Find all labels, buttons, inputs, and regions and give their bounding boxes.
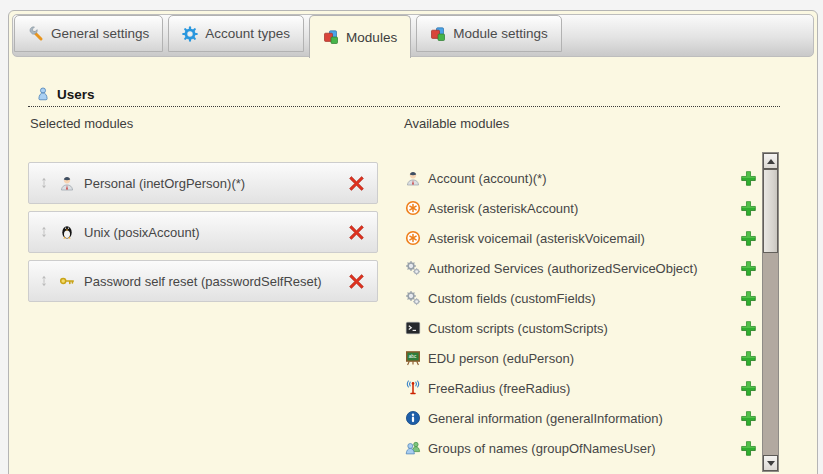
add-module-button[interactable]	[740, 230, 757, 247]
section-title: Users	[57, 87, 95, 102]
delete-x-icon	[348, 273, 365, 290]
add-plus-icon	[740, 290, 757, 307]
down-arrow-icon	[767, 461, 775, 466]
key-icon	[59, 273, 75, 289]
add-plus-icon	[740, 200, 757, 217]
asterisk-icon	[405, 230, 421, 246]
available-module-row-general-information-generalinformation: General information (generalInformation)	[405, 403, 757, 433]
add-plus-icon	[740, 440, 757, 457]
person-icon	[405, 170, 421, 186]
add-module-button[interactable]	[740, 320, 757, 337]
user-icon	[36, 86, 50, 102]
chalkboard-icon	[405, 350, 421, 366]
module-label: Asterisk voicemail (asteriskVoicemail)	[428, 231, 645, 246]
add-plus-icon	[740, 320, 757, 337]
gears-icon	[405, 260, 421, 276]
add-module-button[interactable]	[740, 170, 757, 187]
remove-module-button[interactable]	[348, 273, 365, 290]
add-module-button[interactable]	[740, 440, 757, 457]
tab-modules[interactable]: Modules	[309, 15, 411, 58]
selected-modules-heading: Selected modules	[30, 116, 133, 131]
available-modules-scrollbar[interactable]	[762, 152, 779, 472]
module-label: Personal (inetOrgPerson)(*)	[84, 176, 245, 191]
add-plus-icon	[740, 350, 757, 367]
selected-module-row-unix-posixaccount[interactable]: Unix (posixAccount)	[28, 211, 378, 253]
module-label: EDU person (eduPerson)	[428, 351, 574, 366]
module-label: FreeRadius (freeRadius)	[428, 381, 570, 396]
drag-updown-icon[interactable]	[38, 225, 50, 239]
penguin-icon	[59, 224, 75, 240]
available-module-row-freeradius-freeradius: FreeRadius (freeRadius)	[405, 373, 757, 403]
remove-module-button[interactable]	[348, 175, 365, 192]
available-module-row-account-account: Account (account)(*)	[405, 163, 757, 193]
module-label: Unix (posixAccount)	[84, 225, 200, 240]
drag-updown-icon[interactable]	[38, 274, 50, 288]
module-label: Custom fields (customFields)	[428, 291, 596, 306]
tab-general-settings[interactable]: General settings	[14, 15, 163, 52]
module-label: Groups of names (groupOfNamesUser)	[428, 441, 656, 456]
modules-icon	[430, 26, 446, 42]
delete-x-icon	[348, 224, 365, 241]
available-module-row-groups-of-names-groupofnamesuser: Groups of names (groupOfNamesUser)	[405, 433, 757, 463]
add-module-button[interactable]	[740, 200, 757, 217]
modules-icon	[323, 29, 339, 45]
add-plus-icon	[740, 410, 757, 427]
available-module-row-authorized-services-authorizedserviceobject: Authorized Services (authorizedServiceOb…	[405, 253, 757, 283]
add-plus-icon	[740, 170, 757, 187]
selected-modules-list: Personal (inetOrgPerson)(*) Unix (posixA…	[28, 162, 378, 309]
add-module-button[interactable]	[740, 380, 757, 397]
info-icon	[405, 410, 421, 426]
available-modules-list: Account (account)(*) Asterisk (asteriskA…	[405, 163, 757, 463]
tab-label: General settings	[51, 26, 149, 41]
scrollbar-thumb[interactable]	[763, 169, 778, 253]
scrollbar-down-button[interactable]	[763, 455, 778, 471]
group-icon	[405, 440, 421, 456]
add-module-button[interactable]	[740, 260, 757, 277]
add-plus-icon	[740, 260, 757, 277]
module-label: Asterisk (asteriskAccount)	[428, 201, 578, 216]
module-label: Account (account)(*)	[428, 171, 547, 186]
available-module-row-custom-scripts-customscripts: Custom scripts (customScripts)	[405, 313, 757, 343]
tab-module-settings[interactable]: Module settings	[416, 15, 562, 52]
module-label: General information (generalInformation)	[428, 411, 663, 426]
tabs-widget: General settings Account types Modules M…	[8, 10, 818, 474]
antenna-icon	[405, 380, 421, 396]
available-module-row-asterisk-asteriskaccount: Asterisk (asteriskAccount)	[405, 193, 757, 223]
add-plus-icon	[740, 230, 757, 247]
module-label: Custom scripts (customScripts)	[428, 321, 608, 336]
add-plus-icon	[740, 380, 757, 397]
modules-panel: Users Selected modules Available modules…	[9, 57, 817, 474]
module-label: Authorized Services (authorizedServiceOb…	[428, 261, 698, 276]
scrollbar-up-button[interactable]	[763, 153, 778, 169]
add-module-button[interactable]	[740, 350, 757, 367]
selected-module-row-password-self-reset-passwordselfreset[interactable]: Password self reset (passwordSelfReset)	[28, 260, 378, 302]
section-heading-users: Users	[36, 86, 95, 102]
tab-account-types[interactable]: Account types	[168, 15, 304, 52]
module-label: Password self reset (passwordSelfReset)	[84, 274, 322, 289]
tab-list: General settings Account types Modules M…	[14, 15, 562, 58]
available-module-row-edu-person-eduperson: EDU person (eduPerson)	[405, 343, 757, 373]
add-module-button[interactable]	[740, 290, 757, 307]
tab-label: Modules	[346, 30, 397, 45]
gear-icon	[182, 26, 198, 42]
lam-configuration-screen: General settings Account types Modules M…	[0, 0, 823, 474]
add-module-button[interactable]	[740, 410, 757, 427]
wrench-icon	[28, 26, 44, 42]
delete-x-icon	[348, 175, 365, 192]
asterisk-icon	[405, 200, 421, 216]
tab-label: Module settings	[453, 26, 548, 41]
terminal-icon	[405, 320, 421, 336]
selected-module-row-personal-inetorgperson[interactable]: Personal (inetOrgPerson)(*)	[28, 162, 378, 204]
tab-label: Account types	[205, 26, 290, 41]
dotted-divider	[28, 106, 780, 107]
available-module-row-custom-fields-customfields: Custom fields (customFields)	[405, 283, 757, 313]
up-arrow-icon	[767, 159, 775, 164]
available-module-row-asterisk-voicemail-asteriskvoicemail: Asterisk voicemail (asteriskVoicemail)	[405, 223, 757, 253]
available-modules-heading: Available modules	[404, 116, 509, 131]
remove-module-button[interactable]	[348, 224, 365, 241]
gears-icon	[405, 290, 421, 306]
person-icon	[59, 175, 75, 191]
drag-updown-icon[interactable]	[38, 176, 50, 190]
